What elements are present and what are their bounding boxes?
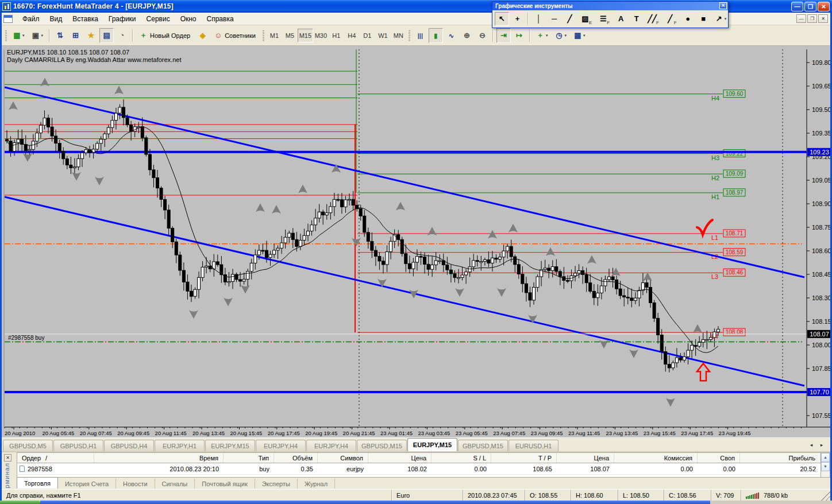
new-chart-button[interactable]: ▦▾: [10, 28, 28, 43]
fibo-channel-button[interactable]: ╱╱F: [645, 12, 662, 26]
status-volume: V: 709: [711, 490, 741, 501]
crosshair-button[interactable]: +: [510, 12, 525, 26]
terminal-tab[interactable]: Торговля: [17, 477, 58, 489]
templates-button[interactable]: ▦▾: [571, 28, 588, 43]
text-label-button[interactable]: T: [629, 12, 644, 26]
price-chart[interactable]: 109.60H4109.22H3109.09H2108.97H1108.71L1…: [2, 46, 830, 437]
menu-item[interactable]: Графики: [103, 13, 141, 25]
toolbar-grip[interactable]: [5, 29, 7, 42]
timeframe-button[interactable]: MN: [391, 29, 406, 42]
arrow-tools-button[interactable]: ↗▾: [712, 12, 730, 26]
status-close: C: 108.56: [664, 490, 711, 501]
chart-tab[interactable]: GBPUSD,M15: [357, 440, 407, 451]
chart-tab[interactable]: GBPUSD,H4: [104, 440, 154, 451]
metaeditor-button[interactable]: ◆: [195, 28, 210, 43]
line-chart-mode-button[interactable]: ∿: [444, 28, 459, 43]
child-minimize-button[interactable]: —: [796, 14, 806, 23]
indicators-button[interactable]: +▾: [533, 28, 551, 43]
equidistant-channel-button[interactable]: ▨E: [578, 12, 595, 26]
graphic-tools-title[interactable]: Графические инструменты ✕: [492, 2, 728, 10]
fibo-expansion-button[interactable]: ╱F: [663, 12, 680, 26]
timeframe-button[interactable]: M1: [267, 29, 282, 42]
chart-tab[interactable]: EURJPY,H4: [256, 440, 306, 451]
chart-tab[interactable]: GBPUSD,M5: [3, 440, 53, 451]
chart-tab[interactable]: GBPUSD,M15: [458, 440, 508, 451]
terminal-tab[interactable]: Сигналы: [155, 479, 195, 489]
horizontal-line-button[interactable]: ─: [547, 12, 561, 26]
svg-text:23 Aug 01:45: 23 Aug 01:45: [380, 430, 413, 436]
chart-tab[interactable]: EURJPY,H4: [306, 440, 356, 451]
orders-table-header[interactable]: Ордер/ Время Тип Объём Символ Цена S / L…: [17, 453, 821, 463]
menu-item[interactable]: Вид: [45, 13, 68, 25]
scroll-up-icon[interactable]: ▲: [821, 453, 830, 462]
child-close-button[interactable]: ✕: [818, 14, 828, 23]
market-watch-button[interactable]: ⇅: [53, 28, 67, 43]
terminal-panel-button[interactable]: ▤: [99, 28, 114, 43]
zoom-out-button[interactable]: ⊖: [475, 28, 490, 43]
text-button[interactable]: A: [614, 12, 628, 26]
menu-item[interactable]: Справка: [202, 13, 239, 25]
chart-tab[interactable]: EURUSD,H1: [509, 440, 558, 451]
fibonacci-retracement-button[interactable]: ☰F: [596, 12, 613, 26]
svg-text:23 Aug 07:45: 23 Aug 07:45: [493, 430, 525, 436]
tab-scroll-left-icon[interactable]: ◂: [807, 441, 815, 449]
new-order-button[interactable]: +Новый Ордер: [136, 28, 194, 43]
terminal-tab[interactable]: Эксперты: [255, 479, 298, 489]
chart-tab[interactable]: EURJPY,H1: [155, 440, 205, 451]
col-order: Ордер/: [17, 453, 94, 463]
chart-tab[interactable]: EURJPY,M15: [205, 440, 255, 451]
order-row[interactable]: 2987558 2010.08.23 20:10 buy 0.35 eurjpy…: [17, 463, 821, 475]
svg-text:108.75: 108.75: [812, 224, 830, 231]
maximize-button[interactable]: ❐: [804, 2, 816, 11]
close-button[interactable]: ✕: [818, 2, 830, 11]
bar-chart-mode-button[interactable]: |||: [413, 28, 427, 43]
rectangle-button[interactable]: ■: [696, 12, 711, 26]
minimize-button[interactable]: —: [791, 2, 803, 11]
vertical-line-button[interactable]: │: [531, 12, 546, 26]
graphic-tools-toolbar[interactable]: Графические инструменты ✕ ↖+ │─╱▨E☰FAT╱╱…: [492, 1, 729, 28]
start-button-edge[interactable]: [0, 501, 40, 504]
periods-button[interactable]: ◷▾: [552, 28, 569, 43]
chart-shift-button[interactable]: ↦: [512, 28, 526, 43]
toolbar: ▦▾▣▾ ⇅⊞★▤◔ +Новый Ордер◆☺Советники M1M5M…: [2, 25, 830, 46]
table-scrollbar[interactable]: ▲ ▼: [821, 452, 830, 478]
resize-grip[interactable]: [821, 490, 830, 501]
trend-line-button[interactable]: ╱: [563, 12, 577, 26]
menu-item[interactable]: Вставка: [67, 13, 103, 25]
scroll-down-icon[interactable]: ▼: [821, 462, 830, 471]
profiles-button[interactable]: ▣▾: [29, 28, 47, 43]
zoom-in-button[interactable]: ⊕: [460, 28, 474, 43]
chart-tab[interactable]: EURJPY,M15: [407, 438, 457, 451]
expert-advisors-button[interactable]: ☺Советники: [211, 28, 260, 43]
timeframe-button[interactable]: M5: [282, 29, 298, 42]
menu-item[interactable]: Файл: [17, 13, 45, 25]
candlestick-mode-button[interactable]: ▮: [429, 28, 443, 43]
terminal-tab[interactable]: Новости: [116, 479, 155, 489]
window-title: 16670: ForexHunt MetaTrader 4 - [EURJPY,…: [13, 2, 174, 10]
timeframe-button[interactable]: H1: [329, 29, 344, 42]
toolbar-grip[interactable]: [263, 29, 264, 42]
ellipse-button[interactable]: ●: [681, 12, 695, 26]
timeframe-button[interactable]: W1: [375, 29, 391, 42]
svg-text:23 Aug 15:45: 23 Aug 15:45: [644, 430, 676, 436]
timeframe-button[interactable]: D1: [360, 29, 375, 42]
auto-scroll-button[interactable]: ⇥: [496, 28, 511, 43]
navigator-button[interactable]: ★: [84, 28, 98, 43]
timeframe-button[interactable]: M30: [313, 29, 329, 42]
menu-item[interactable]: Сервис: [141, 13, 175, 25]
float-toolbar-close-icon[interactable]: ✕: [719, 2, 727, 9]
chart-tab[interactable]: GBPUSD,H1: [53, 440, 103, 451]
terminal-tab[interactable]: Почтовый ящик: [195, 479, 255, 489]
terminal-tab[interactable]: Журнал: [298, 479, 335, 489]
data-window-button[interactable]: ⊞: [68, 28, 83, 43]
toolbar-grip[interactable]: [409, 29, 410, 42]
cursor-button[interactable]: ↖: [495, 12, 509, 26]
terminal-close-icon[interactable]: ✕: [4, 454, 11, 462]
tab-scroll-right-icon[interactable]: ▸: [818, 441, 826, 449]
child-restore-button[interactable]: ❐: [807, 14, 817, 23]
terminal-tab[interactable]: История Счета: [58, 479, 116, 489]
timeframe-button[interactable]: H4: [344, 29, 360, 42]
timeframe-button[interactable]: M15: [298, 29, 313, 42]
strategy-tester-button[interactable]: ◔: [115, 28, 129, 43]
menu-item[interactable]: Окно: [175, 13, 202, 25]
